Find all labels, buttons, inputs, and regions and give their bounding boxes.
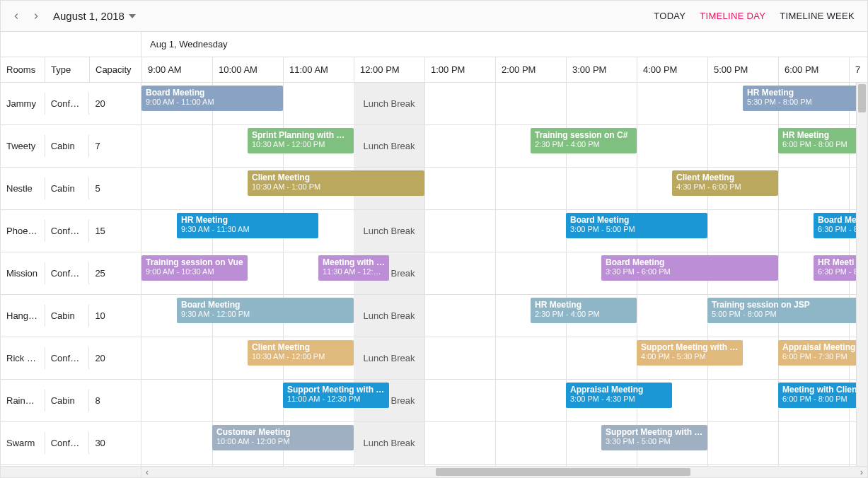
appointment-time: 3:30 PM - 5:00 PM: [606, 437, 703, 445]
appointment-time: 3:30 PM - 6:00 PM: [606, 267, 774, 276]
appointment-title: Support Meeting with …: [606, 427, 703, 437]
appointment[interactable]: Customer Meeting10:00 AM - 12:00 PM: [212, 425, 354, 450]
appointment[interactable]: Training session on C#2:30 PM - 4:00 PM: [531, 128, 637, 153]
appointment-time: 10:30 AM - 12:00 PM: [252, 352, 349, 361]
appointment[interactable]: Meeting with Clien6:00 PM - 8:00 PM: [778, 383, 867, 408]
lunch-break: Lunch Break: [354, 422, 424, 464]
appointment-title: Training session on Vue: [146, 257, 243, 267]
resource-columns-header: Rooms Type Capacity: [1, 57, 142, 82]
appointment[interactable]: Appraisal Meeting3:00 PM - 4:30 PM: [566, 383, 672, 408]
chevron-left-icon: [11, 11, 21, 21]
appointment-title: Training session on C#: [535, 130, 632, 140]
appointment-time: 10:30 AM - 12:00 PM: [252, 140, 349, 148]
schedule-body: JammyConferen…20TweetyCabin7NestleCabin5…: [1, 83, 867, 466]
room-type: Cabin: [45, 305, 90, 327]
timeline-row[interactable]: Lunch BreakTraining session on Vue9:00 A…: [141, 252, 867, 295]
room-type: Conferen…: [45, 220, 90, 242]
room-capacity: 10: [89, 305, 141, 327]
room-capacity: 25: [89, 262, 141, 284]
appointment[interactable]: Client Meeting10:30 AM - 1:00 PM: [248, 170, 424, 196]
appointment[interactable]: Appraisal Meeting6:00 PM - 7:30 PM: [778, 340, 867, 366]
appointment[interactable]: HR Meeting5:30 PM - 8:00 PM: [743, 86, 867, 111]
appointment-title: Customer Meeting: [216, 427, 349, 437]
time-slot-header: 6:00 PM: [779, 57, 850, 82]
appointment-title: Support Meeting with …: [641, 342, 739, 352]
time-slot-header: 9:00 AM: [142, 57, 213, 82]
next-button[interactable]: [26, 6, 46, 26]
room-name: Rainbow: [1, 390, 45, 412]
appointment-title: HR Meeting: [535, 300, 632, 310]
appointment[interactable]: Support Meeting with …11:00 AM - 12:30 P…: [283, 383, 389, 408]
timeline-row[interactable]: Lunch BreakCustomer Meeting10:00 AM - 12…: [141, 422, 867, 465]
timeline-row[interactable]: Lunch BreakHR Meeting9:30 AM - 11:30 AMB…: [141, 210, 867, 252]
appointment-time: 2:30 PM - 4:00 PM: [535, 310, 632, 318]
time-header: 9:00 AM10:00 AM11:00 AM12:00 PM1:00 PM2:…: [142, 57, 867, 82]
scroll-left-arrow[interactable]: ‹: [141, 467, 153, 477]
room-name: Mission: [1, 262, 45, 284]
appointment-time: 9:00 AM - 11:00 AM: [146, 98, 279, 106]
scroll-right-arrow[interactable]: ›: [856, 467, 867, 477]
horizontal-scrollbar[interactable]: ‹ ›: [1, 466, 867, 477]
appointment[interactable]: Board Meeting9:00 AM - 11:00 AM: [141, 86, 283, 111]
appointment[interactable]: HR Meeting2:30 PM - 4:00 PM: [531, 298, 637, 323]
timeline-row[interactable]: Lunch BreakSprint Planning with T…10:30 …: [141, 125, 867, 168]
horizontal-scroll-thumb[interactable]: [436, 468, 690, 476]
appointment-time: 10:00 AM - 12:00 PM: [216, 437, 349, 445]
appointment-title: Board Meeting: [570, 215, 703, 225]
appointment[interactable]: Training session on Vue9:00 AM - 10:30 A…: [141, 255, 248, 281]
appointment-time: 4:00 PM - 5:30 PM: [641, 352, 739, 361]
room-name: Hangout: [1, 305, 45, 327]
appointment-title: Training session on JSP: [712, 300, 867, 310]
room-capacity: 20: [89, 93, 141, 115]
appointment-time: 10:30 AM - 1:00 PM: [252, 182, 420, 191]
vertical-scroll-thumb[interactable]: [858, 84, 866, 112]
col-type: Type: [45, 57, 90, 82]
appointment-title: Meeting with …: [323, 257, 385, 267]
today-button[interactable]: TODAY: [647, 1, 693, 32]
resource-row: TweetyCabin7: [1, 125, 141, 168]
appointment-title: Appraisal Meeting: [570, 385, 668, 395]
resource-row: PhoenixConferen…15: [1, 210, 141, 252]
time-slot-header: 2:00 PM: [496, 57, 567, 82]
appointment[interactable]: Training session on JSP5:00 PM - 8:00 PM: [707, 298, 867, 323]
appointment-title: Client Meeting: [252, 173, 420, 182]
vertical-scrollbar[interactable]: [856, 83, 867, 466]
appointment-title: Board Meeting: [146, 88, 279, 98]
room-capacity: 8: [89, 390, 141, 412]
view-timeline-week[interactable]: TIMELINE WEEK: [772, 1, 862, 32]
view-switcher: TODAY TIMELINE DAYTIMELINE WEEK: [647, 1, 862, 32]
appointment[interactable]: Board Meeting9:30 AM - 12:00 PM: [177, 298, 354, 323]
view-timeline-day[interactable]: TIMELINE DAY: [693, 1, 772, 32]
resource-row: HangoutCabin10: [1, 295, 141, 337]
timeline-row[interactable]: Lunch BreakBoard Meeting9:30 AM - 12:00 …: [141, 295, 867, 337]
appointment[interactable]: Support Meeting with …4:00 PM - 5:30 PM: [637, 340, 743, 366]
appointment[interactable]: HR Meeting9:30 AM - 11:30 AM: [177, 213, 318, 238]
room-capacity: 15: [89, 220, 141, 242]
appointment[interactable]: Support Meeting with …3:30 PM - 5:00 PM: [601, 425, 707, 450]
room-type: Cabin: [45, 177, 90, 199]
time-slot-header: 1:00 PM: [425, 57, 496, 82]
appointment[interactable]: Board Meeting3:30 PM - 6:00 PM: [601, 255, 778, 281]
appointment-title: Support Meeting with …: [287, 385, 385, 395]
appointment-time: 3:00 PM - 5:00 PM: [570, 225, 703, 233]
appointment[interactable]: Meeting with …11:30 AM - 12:3…: [318, 255, 389, 281]
time-slot-header: 10:00 AM: [213, 57, 284, 82]
appointment[interactable]: Client Meeting4:30 PM - 6:00 PM: [672, 170, 778, 196]
date-range-picker[interactable]: August 1, 2018: [53, 10, 136, 22]
appointment[interactable]: Client Meeting10:30 AM - 12:00 PM: [248, 340, 354, 366]
timeline-row[interactable]: Lunch BreakClient Meeting10:30 AM - 12:0…: [141, 337, 867, 380]
timeline-row[interactable]: Lunch BreakBoard Meeting9:00 AM - 11:00 …: [141, 83, 867, 125]
timeline-row[interactable]: Lunch BreakSupport Meeting with …11:00 A…: [141, 380, 867, 422]
prev-button[interactable]: [6, 6, 26, 26]
room-name: Rick Roll: [1, 347, 45, 369]
time-slot-header: 5:00 PM: [708, 57, 779, 82]
horizontal-scroll-track[interactable]: ‹ ›: [141, 467, 867, 477]
appointment[interactable]: Board Meeting3:00 PM - 5:00 PM: [566, 213, 707, 238]
appointment-title: Appraisal Meeting: [782, 342, 867, 352]
lunch-break: Lunch Break: [354, 125, 424, 167]
room-type: Conferen…: [45, 432, 90, 454]
room-type: Conferen…: [45, 347, 90, 369]
appointment[interactable]: HR Meeting6:00 PM - 8:00 PM: [778, 128, 867, 153]
appointment[interactable]: Sprint Planning with T…10:30 AM - 12:00 …: [248, 128, 354, 153]
timeline-row[interactable]: Lunch BreakClient Meeting10:30 AM - 1:00…: [141, 168, 867, 210]
